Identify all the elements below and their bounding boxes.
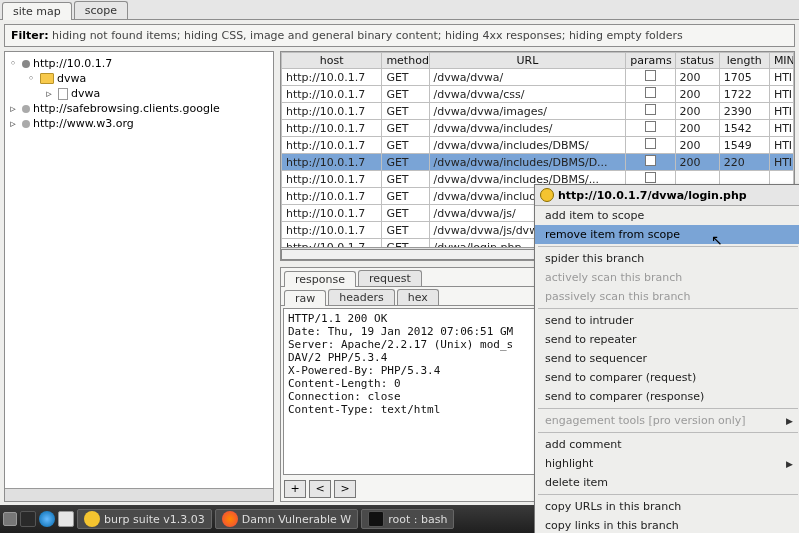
- col-host[interactable]: host: [282, 53, 382, 69]
- col-length[interactable]: length: [719, 53, 769, 69]
- ctx-highlight[interactable]: highlight▶: [535, 454, 799, 473]
- tree-label: http://safebrowsing.clients.google: [33, 102, 220, 115]
- expand-icon[interactable]: ▹: [43, 87, 55, 100]
- collapse-icon[interactable]: ◦: [25, 72, 37, 85]
- tree-label: http://10.0.1.7: [33, 57, 112, 70]
- tab-request[interactable]: request: [358, 270, 422, 286]
- ctx-separator: [538, 408, 798, 409]
- ctx-engagement: engagement tools [pro version only]▶: [535, 411, 799, 430]
- col-url[interactable]: URL: [429, 53, 626, 69]
- params-checkbox[interactable]: [645, 155, 656, 166]
- tree-pane: ◦http://10.0.1.7 ◦dvwa ▹dvwa ▹http://saf…: [4, 51, 274, 502]
- table-row[interactable]: http://10.0.1.7GET/dvwa/dvwa/includes/20…: [282, 120, 794, 137]
- col-method[interactable]: method: [382, 53, 429, 69]
- ctx-intruder[interactable]: send to intruder: [535, 311, 799, 330]
- tree-hscrollbar[interactable]: [5, 488, 273, 501]
- col-mime[interactable]: MIN: [769, 53, 793, 69]
- ctx-copy-links[interactable]: copy links in this branch: [535, 516, 799, 533]
- tree-node-folder-dvwa[interactable]: ◦dvwa: [7, 71, 271, 86]
- folder-icon: [40, 73, 54, 84]
- terminal-launcher-icon[interactable]: [20, 511, 36, 527]
- ctx-repeater[interactable]: send to repeater: [535, 330, 799, 349]
- ctx-spider[interactable]: spider this branch: [535, 249, 799, 268]
- table-row[interactable]: http://10.0.1.7GET/dvwa/dvwa/css/2001722…: [282, 86, 794, 103]
- tree-label: http://www.w3.org: [33, 117, 134, 130]
- web-launcher-icon[interactable]: [39, 511, 55, 527]
- taskbar-burp[interactable]: burp suite v1.3.03: [77, 509, 212, 529]
- ctx-add-scope[interactable]: add item to scope: [535, 206, 799, 225]
- ctx-comparer-req[interactable]: send to comparer (request): [535, 368, 799, 387]
- filter-text: hiding not found items; hiding CSS, imag…: [52, 29, 683, 42]
- top-tabs: site map scope: [0, 0, 799, 20]
- expand-icon[interactable]: ▹: [7, 102, 19, 115]
- table-header-row: host method URL params status length MIN: [282, 53, 794, 69]
- files-launcher-icon[interactable]: [58, 511, 74, 527]
- params-checkbox[interactable]: [645, 104, 656, 115]
- tree-label: dvwa: [71, 87, 100, 100]
- host-icon: [22, 120, 30, 128]
- submenu-arrow-icon: ▶: [786, 459, 793, 469]
- ctx-copy-urls[interactable]: copy URLs in this branch: [535, 497, 799, 516]
- ctx-separator: [538, 432, 798, 433]
- tab-hex[interactable]: hex: [397, 289, 439, 305]
- tab-scope[interactable]: scope: [74, 1, 128, 19]
- params-checkbox[interactable]: [645, 70, 656, 81]
- ctx-delete[interactable]: delete item: [535, 473, 799, 492]
- start-menu-icon[interactable]: [3, 512, 17, 526]
- collapse-icon[interactable]: ◦: [7, 57, 19, 70]
- burp-icon: [84, 511, 100, 527]
- table-row[interactable]: http://10.0.1.7GET/dvwa/dvwa/images/2002…: [282, 103, 794, 120]
- table-row[interactable]: http://10.0.1.7GET/dvwa/dvwa/includes/DB…: [282, 154, 794, 171]
- ctx-separator: [538, 246, 798, 247]
- params-checkbox[interactable]: [645, 172, 656, 183]
- ctx-add-comment[interactable]: add comment: [535, 435, 799, 454]
- table-row[interactable]: http://10.0.1.7GET/dvwa/dvwa/includes/DB…: [282, 137, 794, 154]
- burp-icon: [540, 188, 554, 202]
- ctx-separator: [538, 308, 798, 309]
- taskbar-firefox[interactable]: Damn Vulnerable W: [215, 509, 358, 529]
- host-icon: [22, 105, 30, 113]
- ctx-sequencer[interactable]: send to sequencer: [535, 349, 799, 368]
- tab-headers[interactable]: headers: [328, 289, 394, 305]
- ctx-passive-scan: passively scan this branch: [535, 287, 799, 306]
- col-params[interactable]: params: [626, 53, 675, 69]
- filter-bar[interactable]: Filter: hiding not found items; hiding C…: [4, 24, 795, 47]
- params-checkbox[interactable]: [645, 87, 656, 98]
- params-checkbox[interactable]: [645, 121, 656, 132]
- submenu-arrow-icon: ▶: [786, 416, 793, 426]
- file-icon: [58, 88, 68, 100]
- expand-icon[interactable]: ▹: [7, 117, 19, 130]
- tree-node-host2[interactable]: ▹http://safebrowsing.clients.google: [7, 101, 271, 116]
- ctx-comparer-resp[interactable]: send to comparer (response): [535, 387, 799, 406]
- col-status[interactable]: status: [675, 53, 719, 69]
- terminal-icon: [368, 511, 384, 527]
- tree-label: dvwa: [57, 72, 86, 85]
- tree-node-file-dvwa[interactable]: ▹dvwa: [7, 86, 271, 101]
- ctx-separator: [538, 494, 798, 495]
- tab-response[interactable]: response: [284, 271, 356, 287]
- filter-label: Filter:: [11, 29, 49, 42]
- search-plus-button[interactable]: +: [284, 480, 306, 498]
- search-prev-button[interactable]: <: [309, 480, 331, 498]
- tab-raw[interactable]: raw: [284, 290, 326, 306]
- params-checkbox[interactable]: [645, 138, 656, 149]
- ctx-active-scan: actively scan this branch: [535, 268, 799, 287]
- context-menu: http://10.0.1.7/dvwa/login.php add item …: [534, 184, 799, 533]
- table-row[interactable]: http://10.0.1.7GET/dvwa/dvwa/2001705HTI: [282, 69, 794, 86]
- tree-node-host1[interactable]: ◦http://10.0.1.7: [7, 56, 271, 71]
- tab-sitemap[interactable]: site map: [2, 2, 72, 20]
- tree-node-host3[interactable]: ▹http://www.w3.org: [7, 116, 271, 131]
- ctx-remove-scope[interactable]: remove item from scope: [535, 225, 799, 244]
- search-next-button[interactable]: >: [334, 480, 356, 498]
- context-menu-title: http://10.0.1.7/dvwa/login.php: [535, 185, 799, 206]
- taskbar-terminal[interactable]: root : bash: [361, 509, 454, 529]
- host-icon: [22, 60, 30, 68]
- firefox-icon: [222, 511, 238, 527]
